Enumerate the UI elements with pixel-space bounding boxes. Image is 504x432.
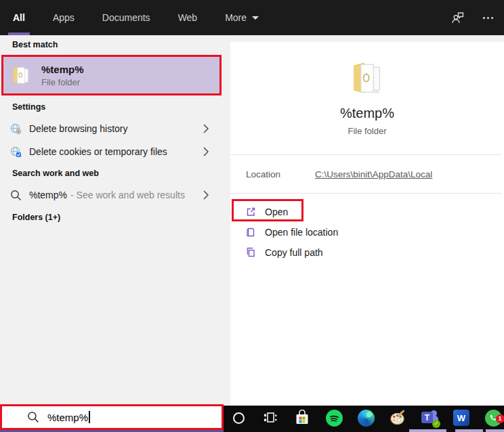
- action-open-file-location[interactable]: Open file location: [230, 222, 504, 242]
- word-button[interactable]: W: [453, 409, 470, 427]
- best-match-result[interactable]: %temp% File folder: [1, 55, 222, 95]
- action-open-label: Open: [265, 207, 288, 217]
- chevron-down-icon: [252, 16, 259, 20]
- search-web-heading: Search work and web: [12, 169, 99, 178]
- internet-options-check-icon: [10, 146, 22, 158]
- best-match-subtitle: File folder: [41, 77, 84, 87]
- tab-more-label: More: [225, 12, 247, 23]
- teams-letter: T: [425, 413, 429, 423]
- search-web-query: %temp%: [29, 190, 67, 200]
- notification-badge: 1: [496, 414, 504, 423]
- search-icon: [10, 190, 22, 201]
- chevron-right-icon: [203, 147, 209, 156]
- location-label: Location: [246, 169, 280, 179]
- edge-button[interactable]: [357, 409, 375, 427]
- tab-web-label: Web: [178, 12, 198, 23]
- preview-subtitle: File folder: [230, 126, 504, 136]
- action-open[interactable]: Open: [230, 202, 504, 222]
- header-actions: [450, 0, 496, 35]
- word-icon: W: [453, 410, 469, 426]
- word-letter: W: [457, 413, 465, 423]
- text-caret: [89, 411, 90, 423]
- search-icon: [27, 411, 39, 423]
- search-input-value[interactable]: %temp%: [47, 412, 88, 423]
- task-view-button[interactable]: [261, 409, 279, 427]
- best-match-title: %temp%: [41, 64, 84, 75]
- paint-button[interactable]: [389, 409, 406, 427]
- action-open-file-location-label: Open file location: [265, 227, 338, 238]
- preview-panel: %temp% File folder Location C:\Users\bin…: [230, 42, 504, 406]
- tab-documents-label: Documents: [102, 12, 150, 23]
- tab-web[interactable]: Web: [173, 0, 203, 35]
- copy-icon: [245, 247, 256, 258]
- person-feedback-icon: [451, 11, 465, 24]
- cortana-icon: [233, 412, 245, 424]
- open-external-icon: [245, 207, 256, 217]
- whatsapp-button[interactable]: 1: [484, 409, 502, 427]
- task-view-icon: [263, 411, 278, 425]
- whatsapp-icon: 1: [485, 410, 502, 427]
- tab-more[interactable]: More: [220, 0, 264, 35]
- location-link[interactable]: C:\Users\binit\AppData\Local: [315, 169, 432, 179]
- action-copy-full-path-label: Copy full path: [265, 247, 323, 258]
- chevron-right-icon: [203, 124, 209, 133]
- tab-documents[interactable]: Documents: [98, 0, 155, 35]
- more-options-button[interactable]: [480, 9, 496, 26]
- teams-button[interactable]: T ✓: [421, 409, 438, 427]
- settings-item-delete-cookies[interactable]: Delete cookies or temporary files: [0, 140, 224, 163]
- divider: [230, 193, 501, 194]
- settings-heading: Settings: [12, 102, 45, 112]
- search-filter-tabs: All Apps Documents Web More: [8, 0, 264, 35]
- spotify-icon: [326, 410, 343, 427]
- settings-item-delete-browsing-history[interactable]: Delete browsing history: [0, 117, 224, 140]
- file-folder-icon: [11, 64, 31, 87]
- preview-title: %temp%: [230, 106, 504, 121]
- settings-item-label: Delete cookies or temporary files: [29, 146, 167, 157]
- taskbar-search-box[interactable]: %temp%: [0, 404, 224, 430]
- tab-apps-label: Apps: [53, 12, 75, 23]
- folders-heading: Folders (1+): [12, 213, 60, 222]
- running-indicator: [409, 429, 446, 432]
- best-match-heading: Best match: [12, 40, 58, 49]
- feedback-button[interactable]: [450, 9, 466, 26]
- search-web-suffix: - See work and web results: [70, 190, 185, 200]
- tab-apps[interactable]: Apps: [48, 0, 79, 35]
- search-header: All Apps Documents Web More: [0, 0, 504, 35]
- chevron-right-icon: [203, 190, 209, 200]
- tab-all[interactable]: All: [8, 0, 30, 35]
- search-web-result[interactable]: %temp% - See work and web results: [0, 183, 224, 207]
- results-panel: Best match %temp% File folder Settings: [0, 35, 230, 406]
- settings-item-label: Delete browsing history: [29, 123, 128, 134]
- paint-icon: [390, 410, 406, 427]
- internet-options-icon: [10, 123, 22, 135]
- windows-search-flyout: All Apps Documents Web More Best: [0, 0, 504, 432]
- action-copy-full-path[interactable]: Copy full path: [230, 242, 504, 263]
- spotify-button[interactable]: [325, 409, 343, 427]
- running-indicator: [455, 429, 483, 432]
- running-indicator: [486, 429, 504, 432]
- microsoft-store-button[interactable]: [293, 409, 311, 427]
- ellipsis-icon: [483, 17, 493, 19]
- tab-all-label: All: [13, 12, 25, 23]
- open-file-location-icon: [245, 227, 256, 238]
- divider: [230, 154, 501, 155]
- status-available-icon: ✓: [432, 420, 440, 428]
- cortana-button[interactable]: [230, 409, 247, 427]
- location-row: Location C:\Users\binit\AppData\Local: [230, 166, 504, 185]
- file-folder-icon: [349, 58, 385, 98]
- microsoft-store-icon: [294, 410, 310, 426]
- teams-icon: T ✓: [421, 410, 438, 426]
- edge-icon: [358, 410, 375, 427]
